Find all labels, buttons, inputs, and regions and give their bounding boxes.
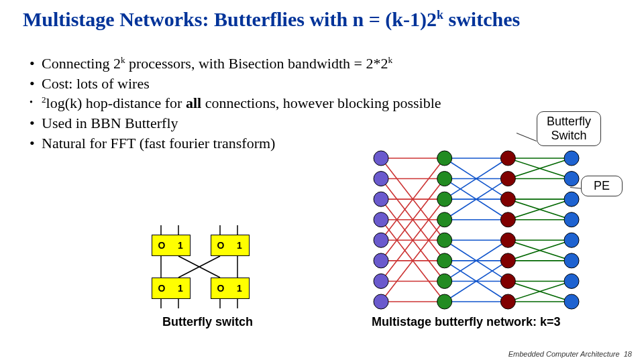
bullets-list: • Connecting 2k processors, with Bisecti… [30,54,441,153]
bullet-2: •Cost: lots of wires [30,74,441,94]
svg-point-80 [500,233,515,247]
svg-point-88 [564,233,579,247]
svg-point-86 [564,192,579,206]
bullet-1: • Connecting 2k processors, with Bisecti… [30,54,441,74]
switch-cell: O1 [211,235,250,256]
svg-point-87 [564,213,579,227]
butterfly-network-diagram [362,149,590,311]
svg-point-62 [374,192,388,206]
svg-point-71 [437,213,452,227]
switch-cell: O1 [152,235,191,256]
callout-leader-line [517,133,537,141]
svg-point-76 [500,151,515,166]
network-svg [362,149,590,311]
svg-point-78 [500,192,515,206]
svg-point-83 [500,294,515,309]
caption-network: Multistage butterfly network: k=3 [372,315,561,329]
svg-point-89 [564,253,579,268]
bullet-3: • 2log(k) hop-distance for all connectio… [30,93,441,113]
switch-cell: O1 [211,278,250,299]
svg-point-91 [564,294,579,309]
svg-point-90 [564,274,579,288]
slide-footer: Embedded Computer Architecture 18 [508,350,632,358]
butterfly-switch-diagram: O1 O1 O1 O1 [145,225,279,312]
svg-point-65 [374,253,388,268]
svg-point-69 [437,172,452,186]
svg-point-72 [437,233,452,247]
svg-point-67 [374,294,388,309]
svg-point-63 [374,213,388,227]
svg-point-85 [564,172,579,186]
svg-point-84 [564,151,579,166]
callout-butterfly-switch: ButterflySwitch [537,111,601,146]
svg-point-64 [374,233,388,247]
svg-point-81 [500,253,515,268]
switch-cell: O1 [152,278,191,299]
svg-point-61 [374,172,388,186]
svg-point-68 [437,151,452,166]
svg-point-77 [500,172,515,186]
svg-point-74 [437,274,452,288]
caption-switch: Butterfly switch [162,315,253,329]
svg-point-73 [437,253,452,268]
svg-point-75 [437,294,452,309]
svg-point-82 [500,274,515,288]
svg-point-79 [500,213,515,227]
svg-point-60 [374,151,388,166]
svg-point-66 [374,274,388,288]
slide-title: Multistage Networks: Butterflies with n … [23,8,520,31]
svg-point-70 [437,192,452,206]
bullet-4: •Used in BBN Butterfly [30,113,441,133]
